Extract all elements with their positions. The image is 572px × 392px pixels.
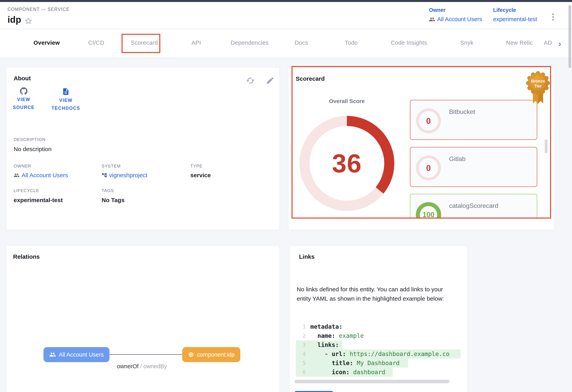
check-name: catalogScorecard — [449, 202, 498, 210]
check-card-catalog-scorecard[interactable]: 100 catalogScorecard — [410, 194, 537, 218]
system-field-label: SYSTEM — [102, 163, 121, 169]
check-name: Bitbucket — [449, 108, 475, 115]
tags-field-label: TAGS — [102, 188, 114, 193]
tab-bar: Overview CI/CD Scorecard API Dependencie… — [0, 29, 572, 58]
kebab-menu-icon[interactable] — [549, 12, 557, 22]
tab-new-relic[interactable]: New Relic — [506, 40, 533, 46]
view-techdocs-line1: VIEW — [48, 96, 84, 104]
svg-text:0: 0 — [426, 163, 431, 173]
lifecycle-label: Lifecycle — [493, 7, 537, 13]
badge-line1: Bronze — [531, 79, 545, 83]
description-value: No description — [14, 146, 52, 152]
chip-icon — [188, 351, 194, 358]
edit-icon[interactable] — [266, 76, 274, 85]
relation-node-owner-label: All Account Users — [59, 351, 104, 358]
overall-score-gauge: 36 — [300, 116, 394, 211]
chevron-right-icon[interactable] — [556, 41, 563, 48]
page-scrollbar-thumb[interactable] — [569, 5, 571, 68]
tab-cicd[interactable]: CI/CD — [88, 40, 104, 46]
header-lifecycle: Lifecycle experimental-test — [493, 7, 537, 23]
tab-snyk[interactable]: Snyk — [460, 40, 473, 46]
owner-field-value: All Account Users — [22, 172, 68, 179]
code-line-highlighted: 3 links: — [296, 340, 461, 349]
system-field-value: vigneshproject — [109, 172, 147, 179]
check-card-bitbucket[interactable]: 0 Bitbucket — [410, 100, 537, 140]
view-source-link[interactable]: VIEW SOURCE — [13, 87, 35, 111]
favorite-star-icon[interactable] — [24, 16, 33, 25]
svg-text:0: 0 — [426, 116, 431, 126]
people-icon — [49, 351, 56, 358]
header-owner: Owner All Account Users — [429, 7, 482, 23]
view-techdocs-line2: TECHDOCS — [48, 104, 84, 112]
relation-edge-label: ownerOf / ownedBy — [105, 363, 179, 370]
relation-node-component-label: component:idp — [197, 351, 235, 358]
relation-node-owner[interactable]: All Account Users — [44, 347, 110, 362]
check-card-gitlab[interactable]: 0 Gitlab — [410, 147, 537, 187]
description-label: DESCRIPTION — [14, 137, 46, 142]
code-line-highlighted: 5 title: My Dashboard — [296, 359, 461, 368]
tab-todo[interactable]: Todo — [345, 40, 358, 46]
entity-header: COMPONENT — SERVICE idp Owner All Accoun… — [0, 2, 572, 29]
about-card: About VIEW SOURCE VIEW TECHDOCS DESCRIPT… — [6, 67, 280, 230]
relation-node-component[interactable]: component:idp — [182, 347, 240, 362]
scorecard-checks-list: 0 Bitbucket 0 Gitlab 100 catalogScorecar… — [410, 95, 538, 218]
edge-reverse-label: ownedBy — [143, 363, 167, 369]
relation-edge-line — [110, 354, 182, 355]
tags-field-value: No Tags — [102, 197, 125, 204]
lifecycle-field-label: LIFECYCLE — [14, 188, 39, 193]
owner-field-label: OWNER — [14, 163, 31, 169]
type-field-label: TYPE — [190, 163, 202, 169]
system-field-link[interactable]: vigneshproject — [102, 172, 147, 179]
tab-dependencies[interactable]: Dependencies — [231, 40, 269, 46]
code-line: 2 name: example — [296, 331, 461, 340]
code-horizontal-scrollbar[interactable] — [295, 380, 449, 383]
links-empty-text: No links defined for this entity. You ca… — [297, 285, 455, 303]
page-title: idp — [8, 14, 21, 25]
overall-score-value: 36 — [332, 148, 362, 179]
about-title: About — [14, 75, 31, 82]
scorecard-title: Scorecard — [296, 75, 325, 82]
techdocs-icon — [62, 88, 70, 96]
links-card: Links No links defined for this entity. … — [289, 246, 467, 392]
top-window-strip — [0, 0, 572, 2]
relations-title: Relations — [13, 253, 40, 260]
owner-field-link[interactable]: All Account Users — [14, 172, 68, 179]
overall-score-label: Overall Score — [327, 98, 367, 104]
people-icon — [14, 172, 20, 178]
bronze-tier-badge: Bronze Tier — [524, 71, 552, 105]
code-line-highlighted: 6 icon: dashboard — [296, 368, 461, 377]
code-line-highlighted: 4 - url: https://dashboard.example.co — [296, 349, 461, 359]
view-techdocs-link[interactable]: VIEW TECHDOCS — [48, 88, 84, 112]
view-source-line2: SOURCE — [13, 103, 35, 111]
edge-forward-label: ownerOf — [117, 363, 139, 369]
lifecycle-field-value: experimental-test — [14, 197, 63, 204]
type-field-value: service — [190, 172, 211, 179]
badge-line2: Tier — [534, 84, 542, 88]
code-line: 1 metadata: — [296, 322, 461, 331]
checks-scrollbar-thumb[interactable] — [545, 139, 547, 153]
links-title: Links — [299, 253, 315, 260]
tab-code-insights[interactable]: Code Insights — [391, 40, 427, 46]
tab-scorecard[interactable]: Scorecard — [131, 40, 158, 46]
edge-separator: / — [139, 363, 143, 369]
github-icon — [20, 87, 28, 95]
system-icon — [102, 172, 107, 178]
tab-api[interactable]: API — [191, 40, 201, 46]
cutoff-blue-button[interactable] — [294, 391, 334, 392]
breadcrumb: COMPONENT — SERVICE — [8, 7, 70, 12]
relations-card: Relations — [6, 246, 280, 392]
view-source-line1: VIEW — [13, 96, 35, 103]
check-score-ring: 100 — [416, 202, 441, 218]
people-icon — [429, 16, 435, 23]
tab-ad-truncated[interactable]: AD — [544, 40, 552, 46]
check-score-ring: 0 — [416, 155, 441, 181]
owner-value: All Account Users — [437, 16, 482, 23]
tab-docs[interactable]: Docs — [295, 40, 308, 46]
refresh-icon[interactable] — [246, 76, 255, 85]
svg-text:100: 100 — [423, 211, 434, 218]
lifecycle-value: experimental-test — [493, 16, 537, 23]
owner-link[interactable]: All Account Users — [429, 16, 482, 23]
check-name: Gitlab — [449, 155, 466, 163]
check-score-ring: 0 — [416, 108, 441, 134]
tab-overview[interactable]: Overview — [34, 40, 60, 46]
